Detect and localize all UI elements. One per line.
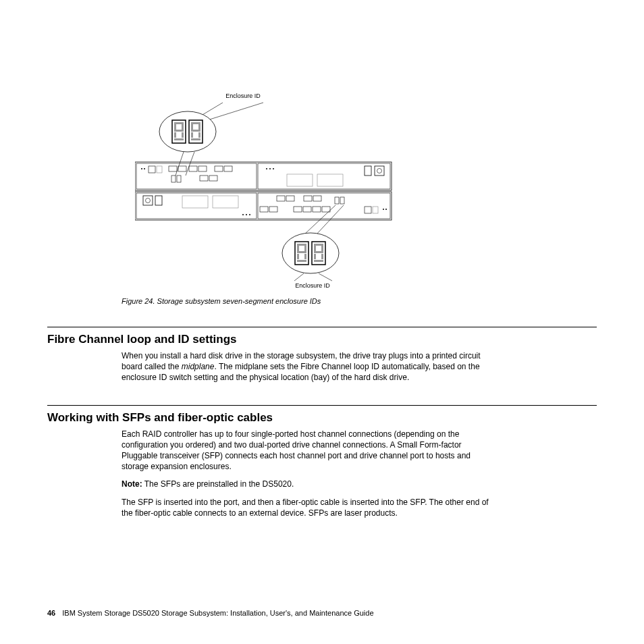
- svg-rect-29: [189, 166, 197, 171]
- svg-rect-36: [209, 176, 217, 181]
- svg-rect-28: [178, 166, 186, 171]
- svg-rect-61: [260, 207, 268, 212]
- svg-rect-27: [169, 166, 177, 171]
- svg-rect-7: [174, 124, 176, 130]
- figure-block: Enclosure ID: [122, 88, 597, 305]
- page-footer: 46IBM System Storage DS5020 Storage Subs…: [47, 609, 374, 617]
- svg-point-23: [141, 168, 142, 169]
- footer-title: IBM System Storage DS5020 Storage Subsys…: [62, 609, 373, 617]
- svg-rect-9: [174, 132, 176, 138]
- svg-rect-89: [321, 246, 323, 251]
- svg-point-55: [249, 214, 250, 215]
- svg-rect-15: [191, 124, 193, 130]
- svg-rect-79: [297, 260, 306, 262]
- svg-rect-59: [304, 196, 312, 201]
- enclosure-id-label-bottom: Enclosure ID: [295, 282, 330, 289]
- svg-rect-85: [314, 244, 323, 246]
- svg-rect-18: [198, 132, 200, 138]
- svg-rect-34: [177, 176, 181, 182]
- section-divider: [47, 405, 597, 406]
- svg-rect-35: [200, 176, 208, 181]
- svg-rect-26: [157, 166, 162, 173]
- svg-rect-42: [317, 174, 343, 186]
- fibre-paragraph: When you install a hard disk drive in th…: [122, 350, 500, 383]
- svg-rect-21: [135, 162, 392, 190]
- svg-rect-4: [174, 122, 184, 124]
- svg-rect-17: [191, 132, 193, 138]
- svg-line-93: [319, 273, 332, 281]
- svg-rect-65: [313, 207, 321, 212]
- svg-rect-80: [297, 246, 299, 251]
- svg-rect-14: [191, 138, 200, 140]
- enclosure-id-label-top: Enclosure ID: [225, 92, 261, 99]
- svg-rect-12: [191, 122, 200, 124]
- svg-rect-62: [269, 207, 277, 212]
- svg-rect-22: [136, 163, 257, 189]
- svg-rect-30: [198, 166, 207, 171]
- svg-rect-82: [297, 254, 299, 259]
- svg-point-49: [146, 198, 151, 203]
- svg-point-54: [246, 214, 247, 215]
- svg-rect-16: [198, 124, 200, 130]
- midplane-term: midplane: [182, 362, 215, 371]
- svg-rect-56: [258, 193, 390, 219]
- sfp-paragraph-2: The SFP is inserted into the port, and t…: [122, 497, 500, 518]
- svg-rect-57: [277, 196, 285, 201]
- svg-rect-88: [314, 246, 316, 251]
- svg-rect-33: [171, 176, 176, 182]
- svg-point-38: [266, 168, 267, 169]
- svg-rect-64: [303, 207, 311, 212]
- svg-rect-37: [258, 163, 390, 189]
- svg-rect-10: [182, 132, 184, 138]
- svg-rect-41: [287, 174, 313, 186]
- svg-rect-43: [365, 166, 371, 176]
- svg-rect-87: [314, 260, 323, 262]
- sfp-note: Note: The SFPs are preinstalled in the D…: [122, 479, 500, 489]
- svg-rect-68: [340, 197, 344, 204]
- svg-point-75: [282, 233, 339, 273]
- svg-rect-31: [215, 166, 223, 171]
- svg-rect-77: [297, 244, 306, 246]
- svg-rect-50: [155, 196, 162, 205]
- svg-rect-51: [182, 196, 208, 208]
- figure-caption: Figure 24. Storage subsystem seven-segme…: [122, 297, 597, 305]
- svg-rect-8: [182, 124, 184, 130]
- heading-fibre-channel: Fibre Channel loop and ID settings: [47, 333, 597, 346]
- svg-rect-5: [174, 130, 184, 132]
- svg-rect-81: [304, 246, 306, 251]
- svg-point-24: [144, 168, 145, 169]
- svg-point-45: [377, 169, 382, 173]
- note-text: The SFPs are preinstalled in the DS5020.: [142, 479, 294, 489]
- sfp-paragraph-1: Each RAID controller has up to four sing…: [122, 429, 500, 473]
- svg-rect-46: [135, 192, 392, 220]
- note-label: Note:: [122, 479, 142, 489]
- svg-rect-60: [313, 196, 321, 201]
- svg-point-71: [383, 209, 384, 210]
- svg-rect-90: [314, 254, 316, 259]
- svg-point-53: [242, 214, 244, 215]
- section-divider: [47, 327, 597, 327]
- svg-rect-63: [294, 207, 302, 212]
- svg-rect-25: [149, 166, 155, 173]
- svg-rect-58: [286, 196, 294, 201]
- svg-rect-70: [373, 207, 378, 213]
- svg-rect-83: [304, 254, 306, 259]
- svg-rect-48: [143, 196, 153, 205]
- page-number: 46: [47, 609, 55, 617]
- svg-point-40: [273, 168, 274, 169]
- svg-rect-86: [314, 251, 323, 253]
- figure-diagram: Enclosure ID: [135, 88, 405, 293]
- svg-rect-6: [174, 138, 184, 140]
- heading-sfp-cables: Working with SFPs and fiber-optic cables: [47, 411, 597, 425]
- svg-rect-13: [191, 130, 200, 132]
- svg-rect-52: [213, 196, 238, 208]
- svg-point-72: [385, 209, 387, 210]
- svg-point-2: [159, 111, 216, 152]
- svg-rect-44: [375, 166, 384, 176]
- svg-line-19: [176, 152, 184, 176]
- svg-rect-69: [365, 207, 371, 213]
- document-page: Enclosure ID: [0, 0, 644, 644]
- svg-rect-32: [224, 166, 232, 171]
- svg-line-92: [294, 273, 304, 281]
- svg-rect-78: [297, 251, 306, 253]
